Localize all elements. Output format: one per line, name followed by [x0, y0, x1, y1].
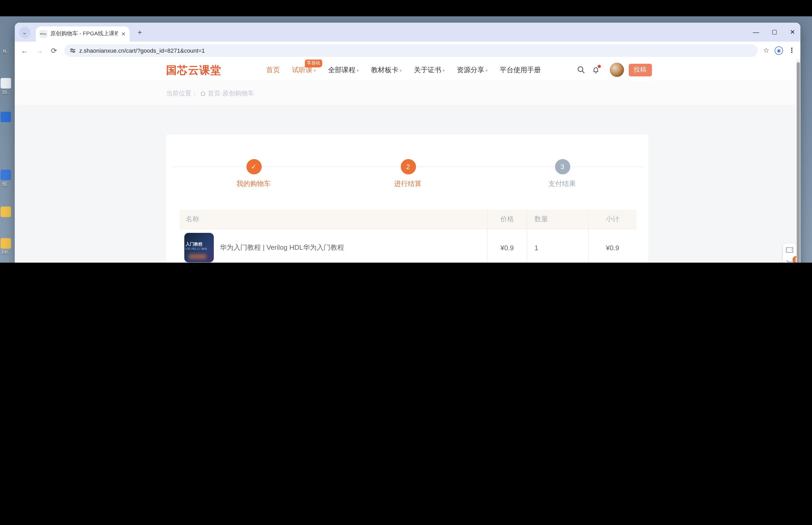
step-2-circle: 2: [400, 159, 416, 175]
step-3-label: 支付结果: [531, 179, 594, 189]
tab-strip: ⌄ FPGA 原创购物车 - FPGA线上课程平台 ✕ + — ▢ ✕: [14, 22, 800, 41]
nav-manual[interactable]: 平台使用手册: [500, 65, 541, 75]
nav-certificates[interactable]: 关于证书▾: [414, 65, 445, 75]
item-price: ¥0.9: [487, 229, 527, 262]
close-button[interactable]: ✕: [790, 28, 795, 35]
top-black-bar: [0, 0, 812, 16]
tab-title: 原创购物车 - FPGA线上课程平台: [50, 30, 118, 38]
step-1-label: 我的购物车: [222, 179, 285, 189]
back-button[interactable]: ←: [20, 46, 29, 55]
app-icon: [1, 112, 11, 122]
nav-trial-course[interactable]: 零基础 试听课▾: [292, 65, 316, 75]
desktop-icon-label: N..: [3, 48, 9, 54]
chevron-down-icon: ▾: [356, 68, 359, 73]
desktop-icon[interactable]: FP..: [0, 238, 14, 255]
main-nav: 首页 零基础 试听课▾ 全部课程▾ 教材板卡▾ 关于证书▾ 资源分享▾ 平台使用…: [266, 59, 541, 80]
profile-icon[interactable]: ◉: [775, 46, 783, 55]
thumb-text: 入门教程: [186, 241, 202, 247]
page-content: 国芯云课堂 首页 零基础 试听课▾ 全部课程▾ 教材板卡▾ 关于证书▾ 资源分享…: [14, 59, 796, 262]
browser-tab[interactable]: FPGA 原创购物车 - FPGA线上课程平台 ✕: [35, 26, 129, 41]
coupon-icon[interactable]: [786, 247, 794, 253]
nav-all-courses[interactable]: 全部课程▾: [328, 65, 359, 75]
step-3-circle: 3: [555, 159, 570, 175]
checkout-card: ✓ 2 3 我的购物车 进行结算 支付结果 名称 价格 数量 小计: [166, 134, 648, 262]
item-subtotal: ¥0.9: [588, 229, 637, 262]
browser-toolbar: ← → ⟳ z.shaonianxue.cn/cart/?goods_id=82…: [14, 41, 800, 59]
submit-post-button[interactable]: 投稿: [628, 63, 652, 76]
url-text: z.shaonianxue.cn/cart/?goods_id=8271&cou…: [79, 47, 205, 54]
chevron-down-icon: ▾: [442, 68, 445, 73]
desktop-icon[interactable]: 招..: [0, 170, 14, 188]
chevron-down-icon: ⌄: [22, 29, 27, 36]
reload-button[interactable]: ⟳: [49, 46, 59, 55]
search-icon[interactable]: [577, 65, 585, 74]
cart-table-header: 名称 价格 数量 小计: [179, 210, 637, 229]
site-settings-icon[interactable]: [69, 47, 76, 54]
col-subtotal: 小计: [588, 210, 637, 229]
cart-badge: 1: [792, 256, 796, 262]
col-name: 名称: [179, 210, 487, 229]
desktop-icon[interactable]: [0, 112, 14, 123]
item-qty: 1: [527, 229, 588, 262]
home-icon[interactable]: [200, 90, 205, 96]
favicon: FPGA: [39, 30, 47, 38]
new-tab-button[interactable]: +: [135, 27, 145, 37]
thumb-glow: [188, 254, 206, 259]
notification-bell-icon[interactable]: [592, 65, 599, 74]
nav-resources[interactable]: 资源分享▾: [457, 65, 488, 75]
scrollbar[interactable]: [796, 59, 800, 262]
col-qty: 数量: [527, 210, 588, 229]
scrollbar-thumb[interactable]: [797, 62, 800, 262]
menu-dots-icon[interactable]: ⋮: [788, 46, 795, 54]
desktop-icon-label: 招..: [2, 181, 9, 186]
folder-icon: [1, 238, 11, 249]
desktop-icon-label: 20..: [2, 90, 10, 95]
desktop-icon-label: FP..: [2, 250, 10, 255]
desktop-icon[interactable]: [0, 207, 14, 218]
minimize-button[interactable]: —: [753, 28, 759, 35]
bookmark-star-icon[interactable]: ☆: [763, 46, 769, 54]
site-logo[interactable]: 国芯云课堂: [166, 63, 221, 77]
nav-badge: 零基础: [305, 59, 322, 67]
breadcrumb: 当前位置： 首页-原创购物车: [166, 89, 254, 98]
cart-item-row: 入门教程 LOG HDL入门教程 华为入门教程 | Verilog HDL华为入…: [179, 229, 637, 262]
desktop-icon[interactable]: 20..: [0, 78, 14, 95]
address-bar[interactable]: z.shaonianxue.cn/cart/?goods_id=8271&cou…: [64, 44, 758, 57]
tab-close-icon[interactable]: ✕: [121, 31, 126, 36]
screen: N.. 20.. 招.. FP.. ⌄ FPGA 原创购物车 - FPGA线上课…: [0, 0, 812, 262]
thumb-text-2: LOG HDL入门教程: [185, 247, 207, 250]
breadcrumb-path[interactable]: 首页-原创购物车: [208, 89, 254, 98]
cart-table: 名称 价格 数量 小计 入门教程 LOG HDL入门教程: [179, 210, 637, 262]
step-1-circle: ✓: [246, 159, 261, 175]
file-icon: [1, 78, 11, 89]
avatar[interactable]: [610, 62, 624, 77]
nav-materials[interactable]: 教材板卡▾: [371, 65, 402, 75]
app-icon: [1, 170, 11, 180]
course-title[interactable]: 华为入门教程 | Verilog HDL华为入门教程: [220, 243, 344, 252]
chevron-down-icon: ▾: [313, 68, 316, 73]
chevron-down-icon: ▾: [399, 68, 402, 73]
chevron-down-icon: ▾: [485, 68, 488, 73]
tab-search-button[interactable]: ⌄: [19, 27, 30, 38]
folder-icon: [1, 207, 11, 217]
maximize-button[interactable]: ▢: [772, 28, 777, 35]
step-2-label: 进行结算: [376, 179, 440, 189]
forward-button[interactable]: →: [34, 46, 44, 55]
right-floating-sidebar: 1: [783, 243, 796, 262]
col-price: 价格: [487, 210, 527, 229]
notification-dot: [597, 64, 601, 68]
breadcrumb-bar: 当前位置： 首页-原创购物车: [14, 80, 796, 105]
site-header: 国芯云课堂 首页 零基础 试听课▾ 全部课程▾ 教材板卡▾ 关于证书▾ 资源分享…: [14, 59, 796, 80]
browser-window: ⌄ FPGA 原创购物车 - FPGA线上课程平台 ✕ + — ▢ ✕ ← → …: [14, 22, 800, 262]
nav-home[interactable]: 首页: [266, 65, 280, 75]
desktop-icon[interactable]: N..: [0, 48, 14, 54]
course-thumbnail[interactable]: 入门教程 LOG HDL入门教程: [184, 233, 214, 262]
